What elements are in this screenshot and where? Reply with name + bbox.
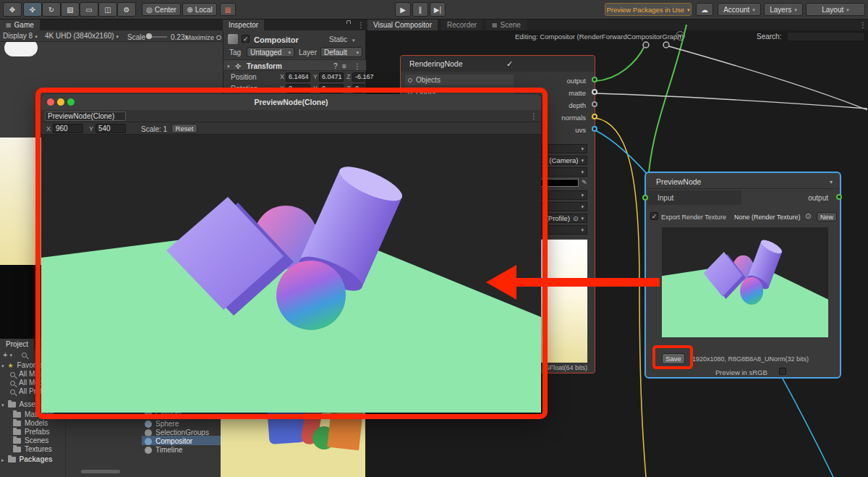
- chevron-down-icon[interactable]: ▾: [830, 180, 833, 185]
- folder-row[interactable]: Textures: [13, 446, 52, 453]
- object-picker-icon[interactable]: ⊙: [805, 212, 811, 220]
- object-picker-icon[interactable]: ⊙: [573, 215, 579, 222]
- tab-inspector[interactable]: Inspector: [223, 20, 264, 30]
- packages-row[interactable]: ▸ Packages: [1, 456, 53, 463]
- step-button[interactable]: ▶|: [430, 2, 446, 17]
- folder-row[interactable]: Prefabs: [13, 429, 49, 436]
- port-label: normals: [542, 114, 586, 122]
- pivot-center-button[interactable]: ◎Center: [142, 3, 181, 16]
- grid-snap-button[interactable]: ▦: [220, 3, 236, 16]
- account-dropdown[interactable]: Account▾: [718, 3, 761, 16]
- matte-port[interactable]: [592, 89, 597, 95]
- horizontal-scrollbar[interactable]: [81, 470, 120, 473]
- tab-game[interactable]: ▦Game: [0, 20, 40, 30]
- render-texture-field[interactable]: None (Render Texture): [734, 214, 800, 221]
- tab-project[interactable]: Project: [0, 339, 34, 349]
- layout-dropdown[interactable]: Layout▾: [806, 3, 865, 16]
- foldout-caret-icon[interactable]: ▸: [1, 457, 4, 463]
- export-render-texture-checkbox[interactable]: ✓: [650, 212, 658, 220]
- objects-group-row[interactable]: Objects: [405, 75, 514, 85]
- search-icon: [10, 372, 15, 377]
- reset-button[interactable]: Reset: [171, 124, 197, 133]
- input-port-row[interactable]: Input: [647, 190, 741, 205]
- position-z-field[interactable]: -6.167: [352, 72, 365, 82]
- gameobject-name[interactable]: Compositor: [254, 36, 299, 44]
- layers-dropdown[interactable]: Layers▾: [764, 3, 803, 16]
- pause-button[interactable]: ∥: [412, 2, 428, 17]
- add-asset-button[interactable]: +: [3, 351, 7, 359]
- check-icon[interactable]: ✓: [506, 59, 513, 69]
- resolution-dropdown[interactable]: 4K UHD (3840x2160)▾: [45, 33, 119, 40]
- static-caret-icon[interactable]: ▾: [352, 38, 355, 43]
- output-port[interactable]: [592, 77, 597, 83]
- uvs-port[interactable]: [592, 126, 597, 132]
- help-icon[interactable]: ?: [333, 63, 338, 70]
- foldout-caret-icon[interactable]: ▾: [227, 64, 230, 69]
- save-button[interactable]: Save: [662, 353, 685, 364]
- favorites-row[interactable]: ▾ ★ Favorites: [1, 362, 47, 369]
- pivot-local-button[interactable]: ⊕Local: [182, 3, 217, 16]
- depth-port[interactable]: [592, 101, 597, 107]
- preview-popup-window[interactable]: PreviewNode(Clone) PreviewNode(Clone) ⋮ …: [41, 94, 541, 413]
- srgb-checkbox[interactable]: [779, 368, 786, 375]
- folder-row[interactable]: Models: [13, 420, 48, 427]
- custom-tool-button[interactable]: ⚙: [117, 2, 136, 17]
- folder-row[interactable]: Scenes: [13, 437, 48, 444]
- position-y-field[interactable]: 6.0471: [319, 72, 344, 82]
- layer-dropdown[interactable]: Default▾: [320, 47, 362, 57]
- play-button[interactable]: ▶: [395, 2, 411, 17]
- popup-x-field[interactable]: 960: [53, 124, 83, 133]
- asset-list-item[interactable]: Timeline: [145, 447, 182, 454]
- node-header[interactable]: RenderingNode ✓: [401, 56, 595, 72]
- graph-search-input[interactable]: [787, 32, 865, 41]
- display-dropdown[interactable]: Display 8▾: [3, 33, 38, 40]
- tab-recorder[interactable]: Recorder: [441, 20, 482, 30]
- rotation-x-field[interactable]: 0: [286, 84, 310, 93]
- active-checkbox[interactable]: ✓: [242, 35, 250, 43]
- add-asset-caret-icon[interactable]: ▾: [9, 353, 12, 358]
- transform-tool-button[interactable]: ◫: [98, 2, 117, 17]
- scale-slider-knob[interactable]: [146, 33, 152, 39]
- search-icon[interactable]: [22, 353, 27, 358]
- maximize-toggle[interactable]: Maximize O: [185, 34, 221, 41]
- rotate-tool-button[interactable]: ↻: [42, 2, 61, 17]
- new-texture-button[interactable]: New: [817, 212, 837, 221]
- position-x-field[interactable]: 6.1464: [286, 72, 310, 82]
- asset-list-item-selected[interactable]: Compositor: [145, 438, 192, 445]
- more-icon[interactable]: ⋮: [354, 63, 361, 70]
- more-icon[interactable]: ⋮: [530, 112, 537, 120]
- cloud-services-button[interactable]: ☁: [696, 3, 713, 16]
- tab-visual-compositor[interactable]: Visual Compositor: [367, 20, 438, 30]
- graph-dropdown-button[interactable]: ▾: [676, 31, 685, 41]
- folder-icon: [13, 421, 21, 426]
- output-port[interactable]: [836, 194, 842, 200]
- preset-icon[interactable]: ≡: [342, 63, 346, 70]
- preview-packages-dropdown[interactable]: Preview Packages in Use▾: [605, 3, 692, 16]
- rect-tool-button[interactable]: ▭: [80, 2, 98, 17]
- input-port[interactable]: [642, 195, 648, 200]
- transform-header[interactable]: ▾ ✜ Transform ? ≡ ⋮: [224, 59, 366, 71]
- static-label[interactable]: Static: [329, 36, 347, 43]
- foldout-caret-icon[interactable]: ▾: [1, 363, 4, 368]
- normals-port[interactable]: [592, 114, 597, 119]
- scale-tool-button[interactable]: ▧: [61, 2, 80, 17]
- more-icon[interactable]: ⋮: [859, 21, 867, 29]
- folder-icon: [13, 429, 21, 435]
- more-icon[interactable]: ⋮: [357, 21, 365, 29]
- popup-name-field[interactable]: PreviewNode(Clone): [45, 111, 126, 121]
- hand-tool-button[interactable]: ✥: [3, 2, 22, 17]
- assets-root-row[interactable]: ▾ Assets: [1, 401, 41, 408]
- rotation-y-field[interactable]: 0: [319, 84, 344, 93]
- pause-icon: ∥: [419, 6, 422, 14]
- popup-titlebar[interactable]: PreviewNode(Clone): [41, 94, 541, 110]
- grid-icon: ▦: [6, 22, 12, 28]
- tag-dropdown[interactable]: Untagged▾: [247, 47, 294, 57]
- move-tool-button[interactable]: ✜: [23, 2, 42, 17]
- preview-node[interactable]: PreviewNode ▾ Input output ✓ Export Rend…: [644, 172, 841, 379]
- asset-list-item[interactable]: Sphere: [145, 421, 179, 428]
- eyedropper-icon[interactable]: ✎: [582, 179, 587, 186]
- foldout-caret-icon[interactable]: ▾: [1, 402, 4, 408]
- tab-scene[interactable]: ▦Scene: [486, 20, 527, 30]
- popup-y-field[interactable]: 540: [95, 124, 126, 133]
- rotation-z-field[interactable]: 0: [352, 84, 365, 93]
